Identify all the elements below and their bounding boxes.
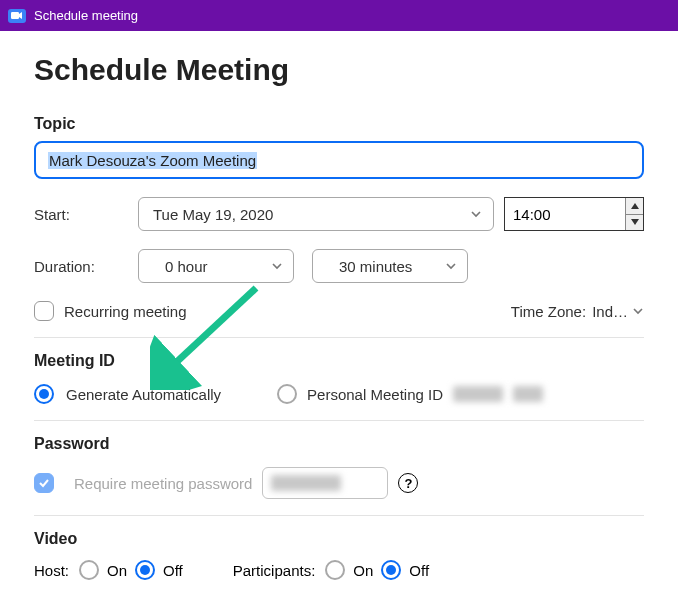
topic-input[interactable]: Mark Desouza's Zoom Meeting xyxy=(34,141,644,179)
chevron-down-icon xyxy=(632,303,644,320)
divider xyxy=(34,515,644,516)
participants-off-label: Off xyxy=(409,562,429,579)
chevron-down-icon xyxy=(445,260,457,272)
video-label: Video xyxy=(34,530,644,548)
radio-personal-id-label: Personal Meeting ID xyxy=(307,386,443,403)
help-icon[interactable]: ? xyxy=(398,473,418,493)
start-label: Start: xyxy=(34,206,138,223)
radio-participants-on[interactable] xyxy=(325,560,345,580)
divider xyxy=(34,337,644,338)
spinner-up-icon[interactable] xyxy=(626,198,643,215)
spinner-down-icon[interactable] xyxy=(626,215,643,231)
meeting-id-label: Meeting ID xyxy=(34,352,644,370)
password-value-redacted xyxy=(271,475,341,491)
svg-rect-0 xyxy=(11,12,19,19)
window-titlebar: Schedule meeting xyxy=(0,0,678,31)
radio-host-off[interactable] xyxy=(135,560,155,580)
chevron-down-icon xyxy=(469,207,483,221)
radio-generate-auto-label: Generate Automatically xyxy=(66,386,221,403)
host-on-label: On xyxy=(107,562,127,579)
require-password-checkbox[interactable] xyxy=(34,473,54,493)
zoom-app-icon xyxy=(8,9,26,23)
divider xyxy=(34,420,644,421)
radio-generate-auto[interactable] xyxy=(34,384,54,404)
recurring-label: Recurring meeting xyxy=(64,303,187,320)
chevron-down-icon xyxy=(271,260,283,272)
recurring-checkbox[interactable] xyxy=(34,301,54,321)
time-spinner[interactable] xyxy=(625,198,643,230)
timezone-value: Ind… xyxy=(592,303,628,320)
participants-on-label: On xyxy=(353,562,373,579)
topic-input-value: Mark Desouza's Zoom Meeting xyxy=(48,152,257,169)
radio-participants-off[interactable] xyxy=(381,560,401,580)
page-title: Schedule Meeting xyxy=(34,53,644,87)
topic-label: Topic xyxy=(34,115,644,133)
personal-id-redacted xyxy=(453,386,503,402)
timezone-label: Time Zone: xyxy=(511,303,586,320)
start-date-value: Tue May 19, 2020 xyxy=(153,206,273,223)
duration-label: Duration: xyxy=(34,258,138,275)
start-date-picker[interactable]: Tue May 19, 2020 xyxy=(138,197,494,231)
password-field[interactable] xyxy=(262,467,388,499)
require-password-label: Require meeting password xyxy=(74,475,252,492)
host-off-label: Off xyxy=(163,562,183,579)
duration-minutes-value: 30 minutes xyxy=(339,258,412,275)
duration-hours-select[interactable]: 0 hour xyxy=(138,249,294,283)
duration-hours-value: 0 hour xyxy=(165,258,208,275)
password-label: Password xyxy=(34,435,644,453)
start-time-input[interactable]: 14:00 xyxy=(504,197,644,231)
participants-label: Participants: xyxy=(233,562,316,579)
timezone-select[interactable]: Ind… xyxy=(592,303,644,320)
personal-id-redacted xyxy=(513,386,543,402)
start-time-value: 14:00 xyxy=(513,206,551,223)
window-title: Schedule meeting xyxy=(34,8,138,23)
radio-host-on[interactable] xyxy=(79,560,99,580)
duration-minutes-select[interactable]: 30 minutes xyxy=(312,249,468,283)
radio-personal-id[interactable] xyxy=(277,384,297,404)
host-label: Host: xyxy=(34,562,69,579)
